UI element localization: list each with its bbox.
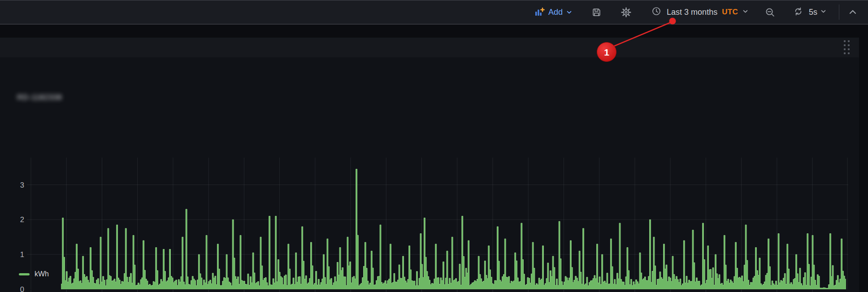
time-range-label: Last 3 months [667, 8, 717, 17]
legend-item-kwh[interactable]: kWh [19, 270, 49, 278]
save-icon [591, 7, 602, 17]
toolbar-actions: Add [534, 0, 858, 24]
collapse-toolbar-button[interactable] [847, 7, 858, 17]
zoom-out-button[interactable] [765, 7, 775, 17]
refresh-icon [793, 6, 803, 18]
legend-series-swatch [19, 273, 30, 275]
chevron-down-icon [566, 9, 573, 16]
dashboard-settings-button[interactable] [621, 7, 631, 17]
bar-chart-plus-icon [534, 7, 545, 17]
add-button[interactable]: Add [534, 7, 573, 17]
time-series-chart: 07/2207/2607/3008/0308/0708/1108/1508/19… [0, 38, 868, 292]
add-button-label: Add [548, 8, 563, 17]
refresh-picker[interactable]: 5s [793, 6, 827, 18]
save-dashboard-button[interactable] [591, 7, 602, 17]
chevron-down-icon [742, 8, 749, 17]
timezone-label: UTC [722, 8, 738, 17]
chevron-down-icon [820, 8, 827, 17]
grafana-dashboard: Add [0, 0, 868, 292]
timeseries-panel: RD-1182338 07/2207/2607/3008/0308/0708/1… [0, 38, 859, 292]
clock-icon [651, 6, 661, 18]
dashboard-toolbar: Add [0, 0, 868, 25]
caret-up-icon [847, 7, 858, 17]
toolbar-divider [839, 4, 839, 20]
zoom-out-icon [765, 7, 775, 17]
svg-text:2: 2 [20, 215, 24, 223]
svg-text:0: 0 [20, 285, 24, 292]
svg-text:1: 1 [20, 250, 24, 258]
gear-icon [621, 7, 631, 17]
legend-series-label: kWh [35, 270, 49, 278]
time-range-picker[interactable]: Last 3 months UTC [651, 6, 749, 18]
svg-text:3: 3 [20, 181, 24, 189]
refresh-interval-label: 5s [809, 8, 817, 17]
